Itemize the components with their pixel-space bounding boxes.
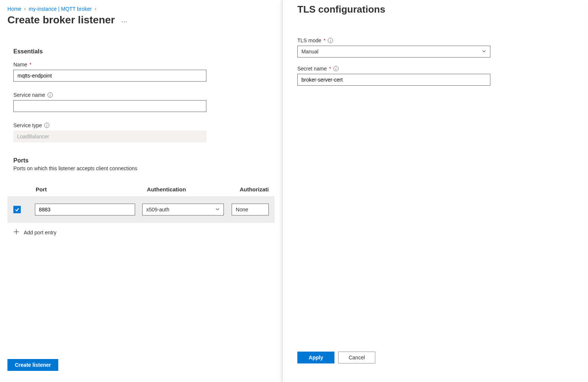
chevron-right-icon: › (24, 6, 26, 11)
info-icon[interactable]: i (333, 66, 339, 71)
name-input[interactable] (13, 70, 206, 82)
main-footer: Create listener (7, 359, 58, 371)
info-icon[interactable]: i (48, 92, 53, 98)
tls-mode-label-text: TLS mode (297, 37, 321, 43)
chevron-down-icon (215, 207, 220, 213)
cancel-button[interactable]: Cancel (338, 352, 375, 363)
authorization-value: None (236, 207, 248, 213)
create-listener-button[interactable]: Create listener (7, 359, 58, 371)
tls-mode-value: Manual (301, 49, 318, 55)
secret-name-label-text: Secret name (297, 66, 327, 72)
tls-config-panel: TLS configurations TLS mode * i Manual S… (282, 0, 587, 382)
ports-description: Ports on which this listener accepts cli… (13, 165, 275, 171)
authentication-select[interactable]: x509-auth (142, 204, 224, 215)
authorization-select[interactable]: None (232, 204, 269, 215)
ports-table-header: Port Authentication Authorizati (7, 186, 275, 196)
breadcrumb: Home › my-instance | MQTT broker › (7, 6, 275, 12)
required-indicator: * (324, 37, 326, 43)
name-field-group: Name * (13, 62, 275, 82)
tls-mode-label: TLS mode * i (297, 37, 572, 43)
service-name-input[interactable] (13, 100, 206, 112)
add-port-entry-button[interactable]: Add port entry (7, 223, 275, 242)
service-name-label: Service name i (13, 92, 275, 98)
col-port-header: Port (36, 186, 147, 192)
required-indicator: * (29, 62, 31, 67)
tls-mode-select[interactable]: Manual (297, 46, 490, 57)
breadcrumb-instance[interactable]: my-instance | MQTT broker (29, 6, 92, 12)
name-label-text: Name (13, 62, 27, 67)
ports-table: Port Authentication Authorizati x509-aut… (7, 186, 275, 242)
panel-footer: Apply Cancel (297, 352, 572, 375)
ports-heading: Ports (13, 157, 275, 164)
row-checkbox[interactable] (13, 206, 21, 213)
page-title: Create broker listener (7, 14, 115, 26)
port-input[interactable] (35, 204, 135, 215)
tls-mode-field-group: TLS mode * i Manual (297, 37, 572, 57)
essentials-section: Essentials Name * Service name i Service… (7, 48, 275, 171)
info-icon[interactable]: i (328, 38, 333, 43)
essentials-heading: Essentials (13, 48, 275, 55)
authentication-value: x509-auth (146, 207, 169, 213)
chevron-down-icon (482, 49, 486, 55)
plus-icon (13, 229, 19, 236)
panel-form: TLS mode * i Manual Secret name * i (297, 37, 572, 94)
table-row: x509-auth None (7, 196, 275, 223)
secret-name-field-group: Secret name * i (297, 66, 572, 86)
service-type-label: Service type i (13, 122, 275, 128)
col-check-header (13, 186, 36, 192)
service-name-field-group: Service name i (13, 92, 275, 112)
chevron-right-icon: › (95, 6, 96, 11)
col-authz-header: Authorizati (240, 186, 269, 192)
info-icon[interactable]: i (44, 123, 49, 128)
more-actions-icon[interactable]: … (121, 16, 128, 24)
apply-button[interactable]: Apply (297, 352, 334, 363)
service-type-field-group: Service type i (13, 122, 275, 142)
page-title-row: Create broker listener … (7, 14, 275, 26)
secret-name-label: Secret name * i (297, 66, 572, 72)
name-label: Name * (13, 62, 275, 67)
add-port-entry-label: Add port entry (24, 230, 56, 236)
col-auth-header: Authentication (147, 186, 240, 192)
main-pane: Home › my-instance | MQTT broker › Creat… (0, 0, 282, 382)
breadcrumb-home[interactable]: Home (7, 6, 21, 12)
panel-title: TLS configurations (297, 4, 572, 15)
service-type-input (13, 131, 206, 142)
service-name-label-text: Service name (13, 92, 45, 98)
check-icon (14, 207, 20, 212)
service-type-label-text: Service type (13, 122, 42, 128)
required-indicator: * (329, 66, 331, 72)
secret-name-input[interactable] (297, 74, 490, 86)
